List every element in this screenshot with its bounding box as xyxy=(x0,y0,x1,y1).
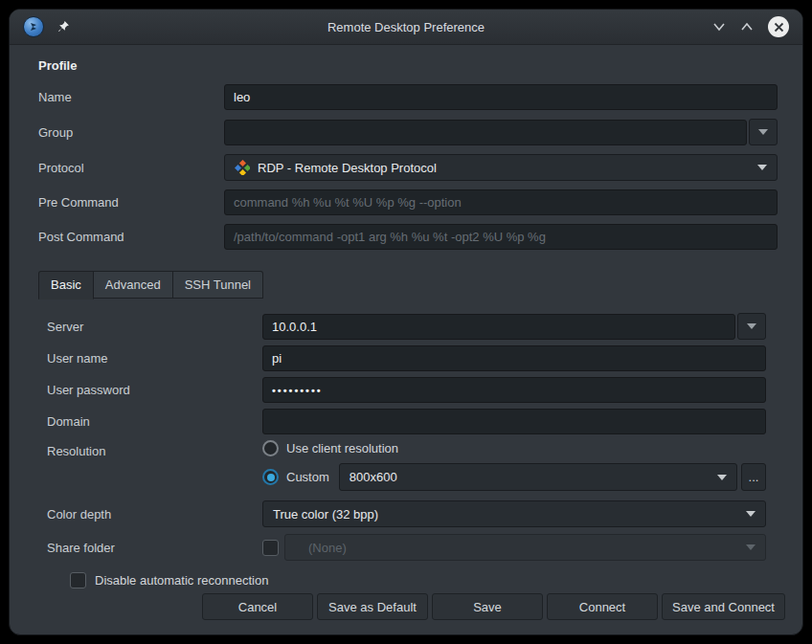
color-depth-value: True color (32 bpp) xyxy=(273,507,378,522)
domain-input[interactable] xyxy=(262,409,766,434)
chevron-up-icon[interactable] xyxy=(740,22,754,32)
use-client-resolution-label: Use client resolution xyxy=(286,441,398,455)
resolution-label: Resolution xyxy=(47,440,262,458)
tab-ssh-tunnel[interactable]: SSH Tunnel xyxy=(173,271,263,299)
server-row: Server xyxy=(47,313,766,340)
chevron-down-icon[interactable] xyxy=(712,22,726,32)
save-button[interactable]: Save xyxy=(432,593,543,620)
action-button-row: Cancel Save as Default Save Connect Save… xyxy=(202,593,785,620)
close-button[interactable] xyxy=(768,16,789,37)
domain-label: Domain xyxy=(47,414,262,429)
protocol-row: Protocol RDP - Remote Desktop Protocol xyxy=(38,154,778,181)
color-depth-label: Color depth xyxy=(47,507,262,522)
custom-resolution-radio[interactable] xyxy=(262,469,279,485)
server-label: Server xyxy=(47,320,262,334)
color-depth-select[interactable]: True color (32 bpp) xyxy=(262,500,766,527)
disable-reconnect-label: Disable automatic reconnection xyxy=(95,573,268,588)
group-label: Group xyxy=(38,125,224,140)
color-depth-row: Color depth True color (32 bpp) xyxy=(47,500,766,527)
disable-reconnect-checkbox[interactable] xyxy=(70,572,86,588)
cancel-button[interactable]: Cancel xyxy=(202,593,313,620)
username-input[interactable] xyxy=(262,345,766,371)
password-row: User password xyxy=(47,377,766,403)
group-input[interactable] xyxy=(224,120,747,145)
profile-section-heading: Profile xyxy=(38,58,778,73)
group-dropdown-button[interactable] xyxy=(749,119,778,145)
domain-row: Domain xyxy=(47,409,766,434)
share-folder-row: Share folder (None) xyxy=(47,534,766,561)
rdp-protocol-icon xyxy=(235,160,250,175)
pre-command-label: Pre Command xyxy=(38,195,224,210)
custom-resolution-value: 800x600 xyxy=(350,470,397,484)
save-and-connect-button[interactable]: Save and Connect xyxy=(662,593,785,620)
share-folder-select: (None) xyxy=(284,534,766,561)
protocol-label: Protocol xyxy=(38,161,224,175)
name-label: Name xyxy=(38,90,224,104)
resolution-more-button[interactable]: ... xyxy=(741,463,766,491)
server-dropdown-button[interactable] xyxy=(737,313,766,340)
pin-icon[interactable] xyxy=(56,20,70,33)
post-command-input[interactable] xyxy=(224,224,778,250)
pre-command-row: Pre Command xyxy=(38,189,778,215)
disable-reconnect-row: Disable automatic reconnection xyxy=(47,572,766,588)
password-label: User password xyxy=(47,383,262,397)
caret-down-icon xyxy=(717,475,727,480)
share-folder-label: Share folder xyxy=(47,541,262,555)
username-row: User name xyxy=(47,345,766,371)
connect-button[interactable]: Connect xyxy=(547,593,658,620)
resolution-row: Resolution Use client resolution Custom … xyxy=(47,440,766,491)
caret-down-icon xyxy=(747,323,756,329)
window-title: Remote Desktop Preference xyxy=(10,20,802,34)
tab-advanced[interactable]: Advanced xyxy=(94,271,173,299)
name-row: Name xyxy=(38,84,778,110)
tab-basic[interactable]: Basic xyxy=(38,271,94,300)
caret-down-icon xyxy=(746,511,756,517)
server-input[interactable] xyxy=(262,314,735,340)
protocol-value: RDP - Remote Desktop Protocol xyxy=(258,161,437,175)
titlebar: Remote Desktop Preference xyxy=(10,10,802,45)
use-client-resolution-radio[interactable] xyxy=(262,440,279,456)
caret-down-icon xyxy=(758,129,768,135)
settings-tabbar: Basic Advanced SSH Tunnel xyxy=(38,271,263,299)
protocol-select[interactable]: RDP - Remote Desktop Protocol xyxy=(224,154,778,181)
basic-tab-panel: Server User name User password Do xyxy=(38,313,778,588)
post-command-row: Post Command xyxy=(38,224,778,250)
save-as-default-button[interactable]: Save as Default xyxy=(317,593,428,620)
username-label: User name xyxy=(47,351,262,366)
share-folder-checkbox[interactable] xyxy=(262,540,279,556)
share-folder-value: (None) xyxy=(295,541,347,555)
group-row: Group xyxy=(38,119,778,145)
remmina-app-icon xyxy=(23,16,44,37)
custom-resolution-select[interactable]: 800x600 xyxy=(339,463,737,491)
pre-command-input[interactable] xyxy=(224,189,778,215)
post-command-label: Post Command xyxy=(38,230,224,244)
name-input[interactable] xyxy=(224,84,778,110)
password-input[interactable] xyxy=(262,377,766,403)
caret-down-icon xyxy=(757,165,767,170)
caret-down-icon xyxy=(746,544,756,550)
custom-resolution-label: Custom xyxy=(286,470,329,484)
remote-desktop-preference-window: Remote Desktop Preference Profile Name xyxy=(9,9,803,635)
